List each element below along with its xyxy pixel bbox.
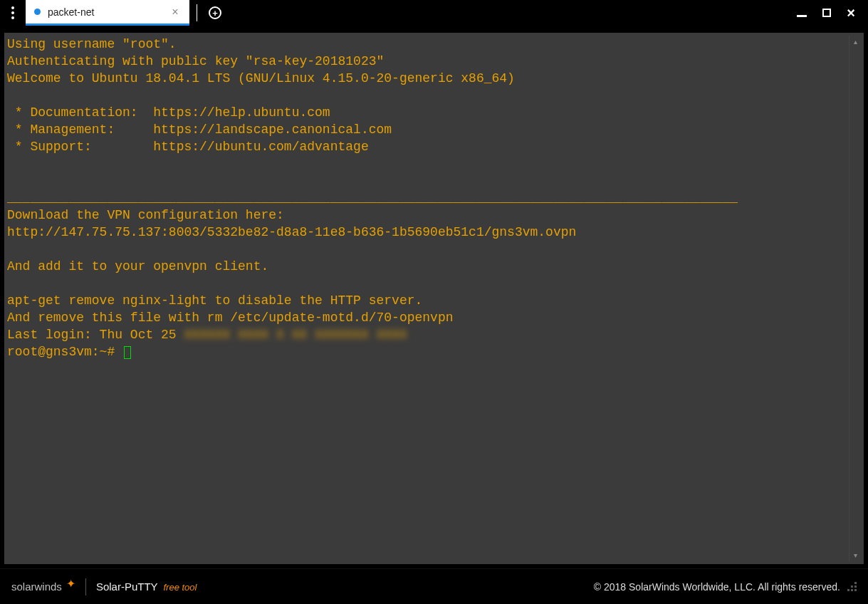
plus-icon: + [209, 6, 221, 19]
separator [85, 578, 86, 595]
terminal-output[interactable]: Using username "root". Authenticating wi… [7, 36, 849, 561]
minimize-button[interactable] [797, 9, 807, 17]
terminal-container: Using username "root". Authenticating wi… [0, 26, 868, 568]
brand-name: solarwinds [11, 580, 62, 593]
copyright-text: © 2018 SolarWinds Worldwide, LLC. All ri… [594, 581, 840, 593]
app-name: Solar-PuTTY free tool [96, 580, 197, 593]
terminal[interactable]: Using username "root". Authenticating wi… [4, 33, 864, 564]
window-controls: × [784, 0, 868, 26]
new-tab-button[interactable]: + [204, 0, 226, 26]
solarwinds-logo: solarwinds ✦ [11, 580, 75, 593]
tab-close-button[interactable]: × [169, 6, 181, 19]
app-tagline: free tool [163, 582, 197, 593]
maximize-button[interactable] [822, 9, 831, 17]
scrollbar[interactable]: ▴ ▾ [849, 36, 861, 561]
scroll-up-icon[interactable]: ▴ [849, 36, 861, 48]
connection-status-icon [34, 9, 41, 15]
app-title: Solar-PuTTY [96, 580, 157, 593]
scroll-track[interactable] [849, 48, 861, 549]
close-icon: × [847, 5, 855, 21]
tab-title: packet-net [48, 6, 162, 18]
titlebar: packet-net × + × [0, 0, 868, 26]
more-vert-icon [11, 6, 14, 19]
menu-button[interactable] [0, 0, 26, 26]
maximize-icon [822, 9, 831, 17]
resize-grip-icon[interactable] [847, 582, 857, 591]
minimize-icon [797, 15, 807, 17]
separator [197, 4, 197, 21]
tab-packet-net[interactable]: packet-net × [26, 0, 189, 26]
close-button[interactable]: × [847, 5, 855, 21]
flame-icon: ✦ [66, 577, 75, 590]
footer: solarwinds ✦ Solar-PuTTY free tool © 201… [0, 568, 868, 604]
scroll-down-icon[interactable]: ▾ [849, 549, 861, 561]
